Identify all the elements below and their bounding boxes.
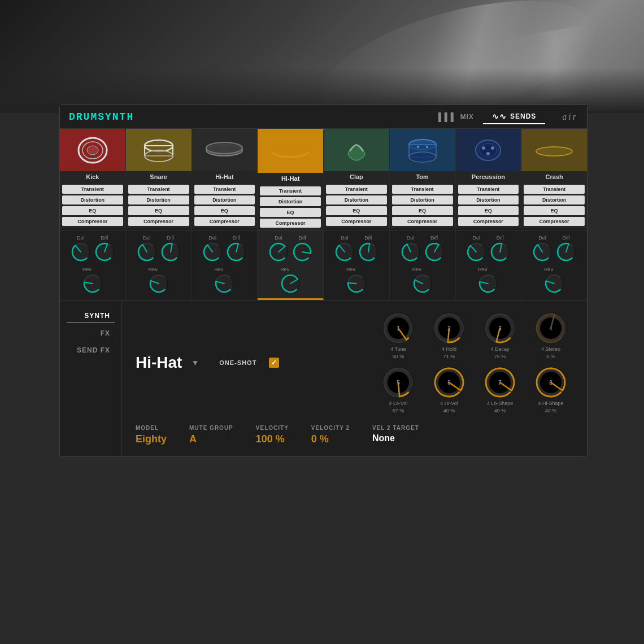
- send-knob[interactable]: [202, 242, 223, 262]
- snare-distortion-btn[interactable]: Distortion: [128, 195, 189, 204]
- send-knob[interactable]: [358, 242, 378, 262]
- send-knob[interactable]: [149, 273, 169, 294]
- perc-transient-btn[interactable]: Transient: [458, 185, 519, 194]
- nav-fx[interactable]: FX: [67, 327, 115, 340]
- knob-svg[interactable]: 7: [484, 366, 516, 399]
- crash-distortion-btn[interactable]: Distortion: [524, 195, 585, 204]
- hihat1-eq-btn[interactable]: EQ: [194, 206, 255, 215]
- send-knob[interactable]: [466, 242, 486, 262]
- send-knob[interactable]: [226, 242, 246, 262]
- send-knob[interactable]: [160, 242, 181, 262]
- hihat1-distortion-btn[interactable]: Distortion: [194, 195, 255, 204]
- send-knob[interactable]: [94, 242, 115, 262]
- knob-svg[interactable]: 4: [534, 312, 567, 345]
- send-knob[interactable]: [401, 242, 421, 262]
- send-knob[interactable]: [544, 273, 564, 294]
- hihat2-compressor-btn[interactable]: Compressor: [260, 219, 321, 228]
- instrument-tom[interactable]: Tom Transient Distortion EQ Compressor: [390, 129, 456, 230]
- mute-group-value[interactable]: A: [189, 433, 233, 445]
- clap-transient-btn[interactable]: Transient: [326, 185, 387, 194]
- tom-eq-btn[interactable]: EQ: [392, 206, 453, 215]
- percussion-label: Percussion: [456, 171, 521, 182]
- crash-fx-buttons: Transient Distortion EQ Compressor: [521, 182, 587, 228]
- send-knob[interactable]: [478, 273, 498, 294]
- header-tabs: ▌▌▌ MIX ∿∿ SENDS: [429, 110, 545, 124]
- hihat1-send-cell: Del Diff Rev: [192, 230, 258, 300]
- hihat2-distortion-btn[interactable]: Distortion: [260, 197, 321, 206]
- tom-transient-btn[interactable]: Transient: [392, 185, 453, 194]
- send-knob[interactable]: [292, 242, 312, 262]
- instrument-kick[interactable]: Kick Transient Distortion EQ Compressor: [60, 129, 126, 230]
- clap-distortion-btn[interactable]: Distortion: [326, 195, 387, 204]
- send-knob[interactable]: [490, 242, 510, 262]
- model-value[interactable]: Eighty: [136, 433, 167, 445]
- velocity-group: VELOCITY 100 %: [256, 425, 289, 445]
- crash-eq-btn[interactable]: EQ: [524, 206, 585, 215]
- velocity-value[interactable]: 100 %: [256, 433, 289, 445]
- send-knob[interactable]: [71, 242, 91, 262]
- send-knob[interactable]: [412, 273, 433, 294]
- tab-mix[interactable]: ▌▌▌ MIX: [429, 110, 483, 124]
- send-knob[interactable]: [82, 273, 103, 294]
- snare-compressor-btn[interactable]: Compressor: [128, 217, 189, 226]
- knob-svg[interactable]: 5: [382, 366, 415, 399]
- clap-compressor-btn[interactable]: Compressor: [326, 217, 387, 226]
- instrument-clap[interactable]: Clap Transient Distortion EQ Compressor: [324, 129, 390, 230]
- vel2-target-value[interactable]: None: [372, 433, 419, 443]
- clap-eq-btn[interactable]: EQ: [326, 206, 387, 215]
- hihat2-transient-btn[interactable]: Transient: [260, 186, 321, 195]
- instrument-snare[interactable]: Snare Transient Distortion EQ Compressor: [126, 129, 192, 230]
- kick-transient-btn[interactable]: Transient: [62, 185, 123, 194]
- send-knob[interactable]: [214, 273, 234, 294]
- kick-distortion-btn[interactable]: Distortion: [62, 195, 123, 204]
- tom-distortion-btn[interactable]: Distortion: [392, 195, 453, 204]
- snare-transient-btn[interactable]: Transient: [128, 185, 189, 194]
- snare-eq-btn[interactable]: EQ: [128, 206, 189, 215]
- rev-knob-group: Rev: [280, 267, 301, 294]
- tom-compressor-btn[interactable]: Compressor: [392, 217, 453, 226]
- perc-eq-btn[interactable]: EQ: [458, 206, 519, 215]
- knob-svg[interactable]: 8: [534, 366, 567, 399]
- knob-item-4: 4 4 Stereo 0 %: [528, 312, 573, 359]
- kick-eq-btn[interactable]: EQ: [62, 206, 123, 215]
- send-knob[interactable]: [280, 273, 301, 294]
- instrument-dropdown[interactable]: ▼: [191, 358, 199, 367]
- svg-text:2: 2: [447, 325, 451, 332]
- crash-compressor-btn[interactable]: Compressor: [524, 217, 585, 226]
- perc-distortion-btn[interactable]: Distortion: [458, 195, 519, 204]
- knob-item-5: 5 4 Lo-Vol 67 %: [376, 366, 421, 414]
- send-knob[interactable]: [532, 242, 552, 262]
- send-knob[interactable]: [346, 273, 367, 294]
- crash-send-cell: Del Diff Rev: [521, 230, 587, 300]
- mix-icon: ▌▌▌: [438, 112, 457, 121]
- nav-synth[interactable]: SYNTH: [67, 310, 115, 323]
- instrument-crash[interactable]: Crash Transient Distortion EQ Compressor: [521, 129, 587, 230]
- kick-compressor-btn[interactable]: Compressor: [62, 217, 123, 226]
- knob-svg[interactable]: 1: [382, 312, 415, 345]
- instrument-hihat2[interactable]: Hi-Hat Transient Distortion EQ Compresso…: [258, 129, 324, 230]
- send-knob[interactable]: [424, 242, 445, 262]
- instrument-hihat1[interactable]: Hi-Hat Transient Distortion EQ Compresso…: [192, 129, 258, 230]
- oneshot-checkbox[interactable]: [269, 358, 279, 368]
- knob-svg[interactable]: 2: [433, 312, 465, 345]
- tab-sends[interactable]: ∿∿ SENDS: [483, 110, 545, 124]
- left-nav: SYNTH FX SEND FX: [60, 301, 122, 456]
- instrument-percussion[interactable]: Percussion Transient Distortion EQ Compr…: [456, 129, 522, 230]
- hihat1-compressor-btn[interactable]: Compressor: [194, 217, 255, 226]
- velocity2-value[interactable]: 0 %: [311, 433, 350, 445]
- send-knob[interactable]: [268, 242, 289, 262]
- send-knob[interactable]: [556, 242, 576, 262]
- send-knob[interactable]: [334, 242, 355, 262]
- hihat1-transient-btn[interactable]: Transient: [194, 185, 255, 194]
- send-knob[interactable]: [137, 242, 157, 262]
- crash-transient-btn[interactable]: Transient: [524, 185, 585, 194]
- nav-send-fx[interactable]: SEND FX: [67, 344, 115, 356]
- diff-knob-group: Diff: [490, 235, 510, 262]
- snare-image: [126, 129, 192, 171]
- background-photo: [0, 0, 644, 113]
- perc-compressor-btn[interactable]: Compressor: [458, 217, 519, 226]
- kick-send-cell: Del Diff Rev: [60, 230, 126, 300]
- knob-svg[interactable]: 3: [484, 312, 516, 345]
- hihat2-eq-btn[interactable]: EQ: [260, 208, 321, 217]
- knob-svg[interactable]: 6: [433, 366, 465, 399]
